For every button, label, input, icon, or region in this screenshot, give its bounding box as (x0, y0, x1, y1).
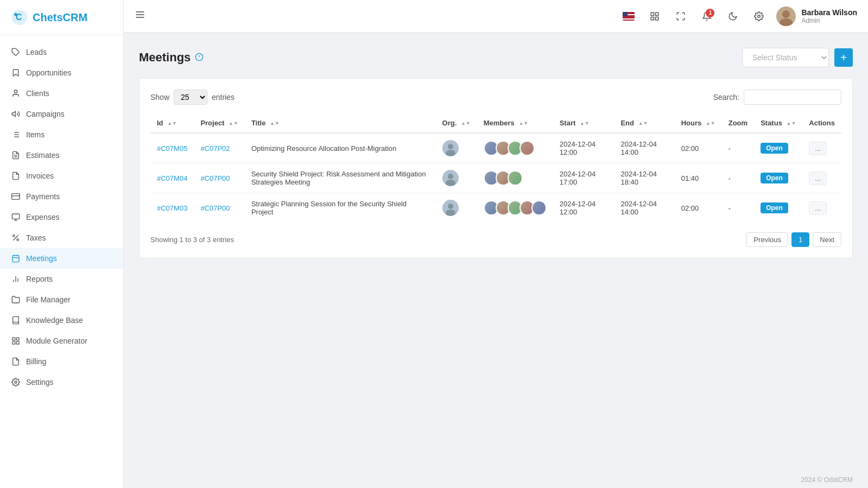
row-zoom-3: - (722, 193, 754, 223)
sidebar-item-file-manager[interactable]: File Manager (0, 289, 123, 310)
notification-badge: 1 (706, 9, 714, 17)
show-label: Show (150, 93, 169, 102)
row-org-1 (436, 133, 477, 163)
meeting-id-link-1[interactable]: #C07M05 (157, 144, 187, 153)
sidebar-item-billing[interactable]: Billing (0, 351, 123, 372)
svg-point-20 (17, 239, 18, 240)
fullscreen-icon[interactable] (672, 8, 689, 25)
row-id-1: #C07M05 (150, 133, 194, 163)
sidebar-item-items[interactable]: Items (0, 124, 123, 145)
sidebar-item-clients[interactable]: Clients (0, 83, 123, 104)
gear-icon (11, 377, 21, 387)
col-start[interactable]: Start ▲▼ (553, 113, 614, 133)
credit-card-icon (11, 192, 21, 201)
percent-icon (11, 233, 21, 243)
project-link-1[interactable]: #C07P02 (200, 144, 230, 153)
col-project[interactable]: Project ▲▼ (194, 113, 245, 133)
row-title-2: Security Shield Project: Risk Assessment… (245, 163, 436, 193)
row-start-2: 2024-12-04 17:00 (553, 163, 614, 193)
svg-rect-43 (656, 17, 658, 20)
next-button[interactable]: Next (813, 232, 841, 247)
row-zoom-2: - (722, 163, 754, 193)
sidebar-item-file-manager-label: File Manager (26, 295, 71, 304)
sidebar-item-invoices[interactable]: Invoices (0, 166, 123, 186)
entries-label: entries (212, 93, 235, 102)
person-icon (11, 88, 21, 98)
flag-icon[interactable] (620, 8, 637, 25)
sidebar-item-campaigns[interactable]: Campaigns (0, 104, 123, 124)
project-link-3[interactable]: #C07P00 (200, 204, 230, 212)
sidebar-item-module-generator[interactable]: Module Generator (0, 331, 123, 351)
app-name: ChetsCRM (33, 11, 87, 24)
sidebar-item-taxes[interactable]: Taxes (0, 227, 123, 248)
sidebar-item-expenses[interactable]: Expenses (0, 207, 123, 227)
svg-rect-29 (16, 338, 19, 340)
pagination: Previous 1 Next (746, 232, 841, 247)
sidebar-item-knowledge-base-label: Knowledge Base (26, 316, 83, 325)
row-id-2: #C07M04 (150, 163, 194, 193)
row-actions-1: ... (802, 133, 841, 163)
project-link-2[interactable]: #C07P00 (200, 174, 230, 182)
page-1-button[interactable]: 1 (791, 232, 809, 247)
svg-point-32 (15, 381, 17, 383)
add-meeting-button[interactable]: + (834, 48, 853, 67)
sidebar-item-expenses-label: Expenses (26, 213, 59, 221)
row-org-2 (436, 163, 477, 193)
sidebar-item-settings[interactable]: Settings (0, 372, 123, 392)
action-button-1[interactable]: ... (809, 142, 827, 155)
svg-rect-28 (12, 338, 15, 340)
sidebar-item-reports[interactable]: Reports (0, 269, 123, 289)
svg-point-57 (446, 180, 455, 186)
col-hours[interactable]: Hours ▲▼ (675, 113, 722, 133)
col-org[interactable]: Org. ▲▼ (436, 113, 477, 133)
estimates-icon (11, 150, 21, 160)
notifications-icon[interactable]: 1 (698, 8, 715, 25)
dark-mode-icon[interactable] (724, 8, 742, 25)
sidebar-item-knowledge-base[interactable]: Knowledge Base (0, 310, 123, 331)
entries-per-page-select[interactable]: 25 10 50 100 (174, 90, 207, 105)
meeting-id-link-3[interactable]: #C07M03 (157, 204, 187, 212)
svg-point-47 (782, 10, 790, 18)
previous-button[interactable]: Previous (746, 232, 788, 247)
table-row: #C07M04 #C07P00 Security Shield Project:… (150, 163, 841, 193)
user-role: Admin (801, 17, 857, 24)
action-button-3[interactable]: ... (809, 201, 827, 215)
status-badge-1: Open (761, 143, 788, 154)
col-end[interactable]: End ▲▼ (614, 113, 674, 133)
member-avatar (531, 200, 547, 216)
search-input[interactable] (744, 90, 841, 105)
settings-topbar-icon[interactable] (750, 8, 768, 25)
row-project-2: #C07P00 (194, 163, 245, 193)
invoices-icon (11, 171, 21, 181)
sort-project-icon: ▲▼ (229, 121, 238, 126)
sidebar-item-opportunities[interactable]: Opportunities (0, 62, 123, 83)
reports-icon (11, 274, 21, 284)
sort-id-icon: ▲▼ (167, 121, 177, 126)
hamburger-button[interactable] (135, 9, 145, 23)
svg-point-45 (758, 15, 761, 17)
sidebar-item-meetings-label: Meetings (26, 254, 57, 263)
action-button-2[interactable]: ... (809, 172, 827, 185)
row-start-1: 2024-12-04 12:00 (553, 133, 614, 163)
row-zoom-1: - (722, 133, 754, 163)
row-members-1 (477, 133, 553, 163)
sidebar-item-leads[interactable]: Leads (0, 42, 123, 62)
sidebar-item-items-label: Items (26, 130, 45, 139)
col-title[interactable]: Title ▲▼ (245, 113, 436, 133)
status-select[interactable]: Select Status Open Closed (742, 48, 829, 67)
row-id-3: #C07M03 (150, 193, 194, 223)
col-members[interactable]: Members ▲▼ (477, 113, 553, 133)
apps-icon[interactable] (646, 8, 663, 25)
sidebar-item-payments[interactable]: Payments (0, 186, 123, 207)
sidebar-item-meetings[interactable]: Meetings (0, 248, 123, 269)
expenses-icon (11, 212, 21, 222)
folder-icon (11, 295, 21, 305)
sidebar-item-estimates[interactable]: Estimates (0, 145, 123, 166)
show-entries: Show 25 10 50 100 entries (150, 90, 235, 105)
info-icon[interactable] (195, 53, 204, 63)
col-status[interactable]: Status ▲▼ (754, 113, 802, 133)
svg-rect-21 (12, 256, 19, 262)
meeting-id-link-2[interactable]: #C07M04 (157, 174, 187, 182)
col-id[interactable]: Id ▲▼ (150, 113, 194, 133)
user-profile[interactable]: Barbara Wilson Admin (776, 7, 857, 26)
